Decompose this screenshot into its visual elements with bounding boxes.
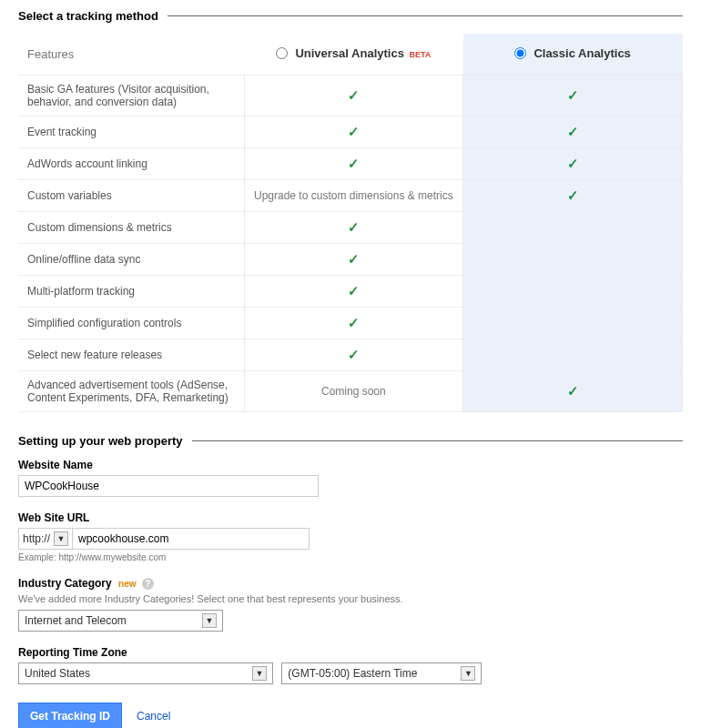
table-row: Select new feature releases✓ xyxy=(18,339,683,371)
industry-desc: We've added more Industry Categories! Se… xyxy=(18,593,683,604)
industry-select[interactable]: Internet and Telecom ▼ xyxy=(18,610,223,632)
feature-label: AdWords account linking xyxy=(18,148,244,180)
classic-label: Classic Analytics xyxy=(533,46,630,60)
ua-cell: ✓ xyxy=(244,244,463,276)
property-header: Setting up your web property xyxy=(18,434,683,448)
ca-cell xyxy=(463,308,683,339)
check-icon: ✓ xyxy=(348,315,360,330)
website-url-label: Web Site URL xyxy=(18,511,683,524)
check-icon: ✓ xyxy=(348,124,360,139)
ca-cell: ✓ xyxy=(463,116,683,148)
website-name-label: Website Name xyxy=(18,459,683,471)
check-icon: ✓ xyxy=(348,347,360,362)
check-icon: ✓ xyxy=(567,87,579,103)
get-tracking-id-button[interactable]: Get Tracking ID xyxy=(18,703,122,728)
check-icon: ✓ xyxy=(567,124,579,139)
ua-cell: Upgrade to custom dimensions & metrics xyxy=(244,180,463,212)
tz-country-value: United States xyxy=(25,667,90,680)
check-icon: ✓ xyxy=(567,383,579,399)
divider xyxy=(168,15,683,16)
check-icon: ✓ xyxy=(348,156,360,171)
help-icon[interactable]: ? xyxy=(142,578,154,590)
ca-cell xyxy=(463,244,683,276)
table-row: AdWords account linking✓✓ xyxy=(18,148,683,180)
tz-value: (GMT-05:00) Eastern Time xyxy=(288,667,417,680)
feature-label: Event tracking xyxy=(18,116,244,148)
check-icon: ✓ xyxy=(567,187,579,203)
check-icon: ✓ xyxy=(348,251,360,267)
universal-label: Universal Analytics xyxy=(295,46,403,60)
table-row: Advanced advertisement tools (AdSense, C… xyxy=(18,371,683,412)
beta-badge: BETA xyxy=(410,50,432,59)
features-col-header: Features xyxy=(18,34,244,76)
ca-cell: ✓ xyxy=(463,180,683,212)
cancel-link[interactable]: Cancel xyxy=(137,710,170,723)
feature-label: Multi-platform tracking xyxy=(18,276,244,308)
classic-radio[interactable] xyxy=(514,47,526,59)
chevron-down-icon: ▼ xyxy=(461,666,475,681)
chevron-down-icon: ▼ xyxy=(54,531,68,546)
ua-cell: ✓ xyxy=(244,76,463,116)
feature-label: Select new feature releases xyxy=(18,339,244,371)
ca-cell: ✓ xyxy=(463,76,683,116)
universal-radio[interactable] xyxy=(276,47,288,59)
ca-cell xyxy=(463,276,683,308)
feature-label: Custom dimensions & metrics xyxy=(18,212,244,244)
feature-label: Simplified configuration controls xyxy=(18,308,244,339)
ua-cell: ✓ xyxy=(244,212,463,244)
table-row: Simplified configuration controls✓ xyxy=(18,308,683,339)
check-icon: ✓ xyxy=(348,87,360,103)
ca-cell xyxy=(463,339,683,371)
tracking-title: Select a tracking method xyxy=(18,9,168,23)
table-row: Custom variablesUpgrade to custom dimens… xyxy=(18,180,683,212)
ua-cell: ✓ xyxy=(244,339,463,371)
chevron-down-icon: ▼ xyxy=(252,666,267,681)
table-row: Custom dimensions & metrics✓ xyxy=(18,212,683,244)
industry-group: Industry Category new ? We've added more… xyxy=(18,577,683,632)
universal-col-header[interactable]: Universal Analytics BETA xyxy=(244,34,463,76)
new-badge: new xyxy=(118,579,136,589)
classic-col-header[interactable]: Classic Analytics xyxy=(463,34,683,76)
tracking-header: Select a tracking method xyxy=(18,9,683,23)
ca-cell: ✓ xyxy=(463,148,683,180)
protocol-select[interactable]: http:// ▼ xyxy=(18,528,73,550)
tz-value-select[interactable]: (GMT-05:00) Eastern Time ▼ xyxy=(281,662,482,684)
industry-value: Internet and Telecom xyxy=(25,614,127,627)
ca-cell: ✓ xyxy=(463,371,683,412)
industry-label: Industry Category new ? xyxy=(18,577,683,590)
check-icon: ✓ xyxy=(348,283,360,298)
ua-cell: ✓ xyxy=(244,276,463,308)
check-icon: ✓ xyxy=(348,219,360,235)
actions-row: Get Tracking ID Cancel xyxy=(18,703,683,728)
table-row: Basic GA features (Visitor acquisition, … xyxy=(18,76,683,116)
ua-cell: ✓ xyxy=(244,148,463,180)
protocol-value: http:// xyxy=(23,532,50,545)
table-row: Multi-platform tracking✓ xyxy=(18,276,683,308)
divider xyxy=(192,440,683,441)
website-url-group: Web Site URL http:// ▼ Example: http://w… xyxy=(18,511,683,562)
url-hint: Example: http://www.mywebsite.com xyxy=(18,552,683,562)
property-title: Setting up your web property xyxy=(18,434,192,448)
tz-country-select[interactable]: United States ▼ xyxy=(18,662,273,684)
timezone-group: Reporting Time Zone United States ▼ (GMT… xyxy=(18,646,683,684)
website-name-group: Website Name xyxy=(18,459,683,497)
timezone-label: Reporting Time Zone xyxy=(18,646,683,659)
table-row: Event tracking✓✓ xyxy=(18,116,683,148)
feature-label: Custom variables xyxy=(18,180,244,212)
feature-label: Basic GA features (Visitor acquisition, … xyxy=(18,76,244,116)
ua-cell: ✓ xyxy=(244,308,463,339)
check-icon: ✓ xyxy=(567,156,579,171)
table-row: Online/offline data sync✓ xyxy=(18,244,683,276)
website-url-input[interactable] xyxy=(73,528,310,550)
ua-cell: ✓ xyxy=(244,116,463,148)
feature-label: Online/offline data sync xyxy=(18,244,244,276)
ua-cell: Coming soon xyxy=(244,371,463,412)
website-name-input[interactable] xyxy=(18,475,319,497)
chevron-down-icon: ▼ xyxy=(202,613,217,628)
feature-table: Features Universal Analytics BETA Classi… xyxy=(18,34,683,412)
ca-cell xyxy=(463,212,683,244)
feature-label: Advanced advertisement tools (AdSense, C… xyxy=(18,371,244,412)
